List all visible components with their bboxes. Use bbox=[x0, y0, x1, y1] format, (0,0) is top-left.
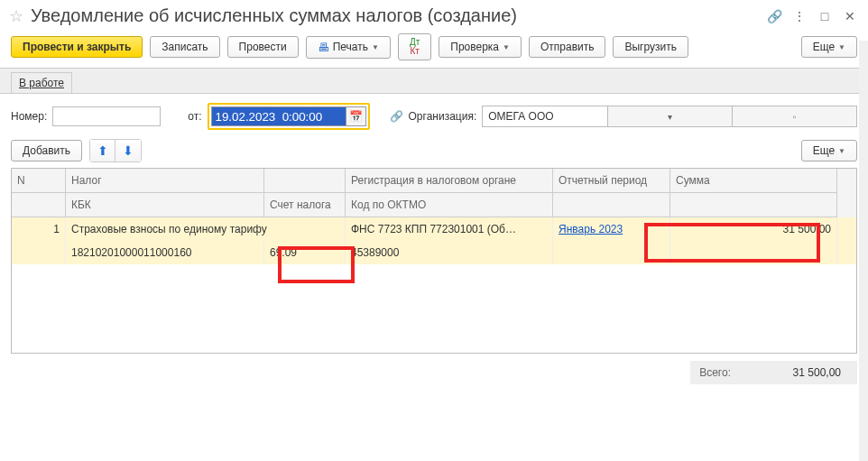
printer-icon: 🖶 bbox=[318, 41, 329, 54]
total-label: Всего: bbox=[690, 361, 767, 384]
total-value: 31 500,00 bbox=[767, 361, 857, 384]
dtkt-icon: ДтКт bbox=[410, 38, 420, 56]
post-button[interactable]: Провести bbox=[227, 36, 299, 58]
close-icon[interactable]: ✕ bbox=[841, 7, 859, 25]
date-input[interactable] bbox=[211, 106, 346, 126]
dtkt-button[interactable]: ДтКт bbox=[398, 33, 431, 60]
col-tax: Налог bbox=[66, 169, 264, 193]
label-number: Номер: bbox=[11, 110, 47, 123]
cell-n[interactable]: 1 bbox=[12, 217, 66, 241]
add-row-button[interactable]: Добавить bbox=[11, 140, 82, 161]
organization-input[interactable]: ОМЕГА ООО ▾ ▫ bbox=[482, 106, 857, 127]
col-acct: Счет налога bbox=[264, 193, 346, 217]
cell-kbk[interactable]: 18210201000011000160 bbox=[66, 241, 264, 264]
link-icon[interactable]: 🔗 bbox=[765, 7, 783, 25]
move-up-button[interactable]: ⬆ bbox=[90, 140, 115, 161]
scrollbar[interactable] bbox=[859, 41, 868, 461]
open-ref-icon[interactable]: ▫ bbox=[732, 106, 856, 126]
cell-period[interactable]: Январь 2023 bbox=[559, 223, 623, 235]
dropdown-icon[interactable]: ▾ bbox=[607, 106, 732, 126]
link-field-icon[interactable]: 🔗 bbox=[390, 110, 403, 123]
kebab-menu-icon[interactable]: ⋮ bbox=[790, 7, 808, 25]
cell-oktmo[interactable]: 45389000 bbox=[346, 241, 553, 264]
send-button[interactable]: Отправить bbox=[529, 36, 606, 58]
tab-in-work[interactable]: В работе bbox=[11, 72, 72, 93]
more-button[interactable]: Еще▼ bbox=[801, 36, 857, 58]
col-kbk: КБК bbox=[66, 193, 264, 217]
page-title: Уведомление об исчисленных суммах налого… bbox=[31, 5, 758, 26]
grid-more-button[interactable]: Еще▼ bbox=[801, 140, 857, 161]
tax-grid: N Налог Регистрация в налоговом органе О… bbox=[11, 168, 857, 354]
save-button[interactable]: Записать bbox=[150, 36, 219, 58]
move-down-button[interactable]: ⬇ bbox=[115, 140, 141, 161]
col-n: N bbox=[12, 169, 66, 193]
maximize-icon[interactable]: □ bbox=[816, 7, 834, 25]
cell-tax[interactable]: Страховые взносы по единому тарифу bbox=[66, 217, 346, 241]
organization-value: ОМЕГА ООО bbox=[483, 110, 606, 123]
calendar-icon[interactable]: 📅 bbox=[346, 106, 366, 126]
check-button[interactable]: Проверка▼ bbox=[439, 36, 522, 58]
label-from: от: bbox=[188, 110, 201, 123]
print-button[interactable]: 🖶Печать▼ bbox=[306, 36, 391, 59]
arrow-up-icon: ⬆ bbox=[97, 143, 108, 158]
export-button[interactable]: Выгрузить bbox=[613, 36, 688, 58]
col-sum: Сумма bbox=[670, 169, 837, 193]
label-org: Организация: bbox=[409, 110, 477, 123]
col-acct-blank bbox=[264, 169, 346, 193]
cell-reg[interactable]: ФНС 7723 КПП 772301001 (Об… bbox=[346, 217, 553, 241]
col-reg: Регистрация в налоговом органе bbox=[346, 169, 553, 193]
cell-sum[interactable]: 31 500,00 bbox=[670, 217, 837, 241]
number-input[interactable] bbox=[52, 106, 161, 126]
post-and-close-button[interactable]: Провести и закрыть bbox=[11, 36, 143, 58]
col-period: Отчетный период bbox=[553, 169, 670, 193]
arrow-down-icon: ⬇ bbox=[123, 143, 134, 158]
favorite-star-icon[interactable]: ☆ bbox=[9, 8, 23, 24]
col-oktmo: Код по ОКТМО bbox=[346, 193, 553, 217]
cell-acct[interactable]: 69.09 bbox=[264, 241, 346, 264]
